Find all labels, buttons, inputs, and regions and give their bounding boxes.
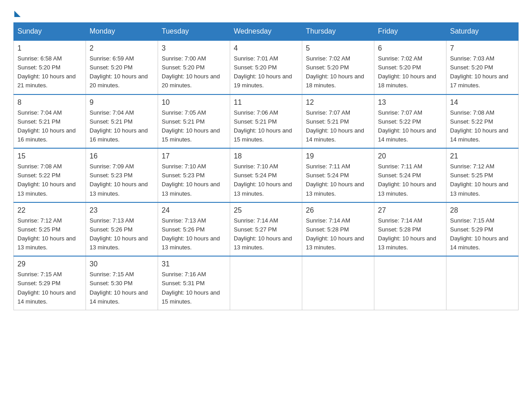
- logo: [13, 9, 21, 15]
- week-row-2: 8Sunrise: 7:04 AMSunset: 5:21 PMDaylight…: [14, 94, 519, 149]
- day-info: Sunrise: 7:07 AMSunset: 5:21 PMDaylight:…: [306, 108, 370, 145]
- day-info: Sunrise: 7:15 AMSunset: 5:30 PMDaylight:…: [90, 270, 154, 306]
- calendar-cell: 18Sunrise: 7:10 AMSunset: 5:24 PMDayligh…: [230, 148, 302, 202]
- day-info: Sunrise: 7:08 AMSunset: 5:22 PMDaylight:…: [450, 108, 515, 145]
- calendar-cell: 11Sunrise: 7:06 AMSunset: 5:21 PMDayligh…: [230, 94, 302, 149]
- day-info: Sunrise: 7:06 AMSunset: 5:21 PMDaylight:…: [234, 108, 298, 145]
- day-number: 21: [450, 152, 515, 160]
- week-row-1: 1Sunrise: 6:58 AMSunset: 5:20 PMDaylight…: [14, 40, 519, 94]
- calendar-cell: [446, 256, 519, 310]
- day-number: 20: [378, 152, 442, 160]
- day-info: Sunrise: 7:04 AMSunset: 5:21 PMDaylight:…: [90, 108, 154, 145]
- day-number: 24: [162, 206, 226, 214]
- week-row-3: 15Sunrise: 7:08 AMSunset: 5:22 PMDayligh…: [14, 148, 519, 202]
- day-number: 6: [378, 44, 442, 52]
- calendar-cell: 29Sunrise: 7:15 AMSunset: 5:29 PMDayligh…: [14, 256, 86, 310]
- day-info: Sunrise: 7:05 AMSunset: 5:21 PMDaylight:…: [162, 108, 226, 145]
- day-number: 12: [306, 98, 370, 107]
- day-number: 28: [450, 206, 515, 214]
- day-number: 8: [17, 98, 82, 107]
- day-number: 13: [378, 98, 442, 107]
- weekday-header-saturday: Saturday: [446, 23, 519, 41]
- page-header: [13, 9, 519, 15]
- calendar-cell: 23Sunrise: 7:13 AMSunset: 5:26 PMDayligh…: [86, 202, 158, 257]
- weekday-header-thursday: Thursday: [302, 23, 374, 41]
- day-info: Sunrise: 7:00 AMSunset: 5:20 PMDaylight:…: [162, 54, 226, 90]
- day-number: 14: [450, 98, 515, 107]
- day-number: 19: [306, 152, 370, 160]
- calendar-cell: 27Sunrise: 7:14 AMSunset: 5:28 PMDayligh…: [374, 202, 446, 257]
- day-info: Sunrise: 7:11 AMSunset: 5:24 PMDaylight:…: [306, 162, 370, 198]
- day-info: Sunrise: 7:07 AMSunset: 5:22 PMDaylight:…: [378, 108, 442, 145]
- weekday-header-monday: Monday: [86, 23, 158, 41]
- day-number: 15: [17, 152, 82, 160]
- day-info: Sunrise: 7:14 AMSunset: 5:28 PMDaylight:…: [306, 216, 370, 253]
- weekday-header-sunday: Sunday: [14, 23, 86, 41]
- day-info: Sunrise: 7:02 AMSunset: 5:20 PMDaylight:…: [378, 54, 442, 90]
- day-info: Sunrise: 7:09 AMSunset: 5:23 PMDaylight:…: [90, 162, 154, 198]
- calendar-cell: 26Sunrise: 7:14 AMSunset: 5:28 PMDayligh…: [302, 202, 374, 257]
- week-row-4: 22Sunrise: 7:12 AMSunset: 5:25 PMDayligh…: [14, 202, 519, 257]
- calendar-cell: 31Sunrise: 7:16 AMSunset: 5:31 PMDayligh…: [158, 256, 230, 310]
- day-info: Sunrise: 7:12 AMSunset: 5:25 PMDaylight:…: [450, 162, 515, 198]
- day-info: Sunrise: 7:13 AMSunset: 5:26 PMDaylight:…: [162, 216, 226, 253]
- calendar-cell: 22Sunrise: 7:12 AMSunset: 5:25 PMDayligh…: [14, 202, 86, 257]
- calendar-cell: 12Sunrise: 7:07 AMSunset: 5:21 PMDayligh…: [302, 94, 374, 149]
- calendar-cell: 19Sunrise: 7:11 AMSunset: 5:24 PMDayligh…: [302, 148, 374, 202]
- week-row-5: 29Sunrise: 7:15 AMSunset: 5:29 PMDayligh…: [14, 256, 519, 310]
- calendar-cell: 1Sunrise: 6:58 AMSunset: 5:20 PMDaylight…: [14, 40, 86, 94]
- calendar-cell: 30Sunrise: 7:15 AMSunset: 5:30 PMDayligh…: [86, 256, 158, 310]
- day-info: Sunrise: 6:58 AMSunset: 5:20 PMDaylight:…: [17, 54, 82, 90]
- calendar-table: SundayMondayTuesdayWednesdayThursdayFrid…: [13, 22, 519, 310]
- calendar-cell: [374, 256, 446, 310]
- day-number: 31: [162, 260, 226, 268]
- calendar-cell: 13Sunrise: 7:07 AMSunset: 5:22 PMDayligh…: [374, 94, 446, 149]
- weekday-header-tuesday: Tuesday: [158, 23, 230, 41]
- day-number: 7: [450, 44, 515, 52]
- calendar-cell: 21Sunrise: 7:12 AMSunset: 5:25 PMDayligh…: [446, 148, 519, 202]
- day-number: 16: [90, 152, 154, 160]
- day-info: Sunrise: 7:10 AMSunset: 5:23 PMDaylight:…: [162, 162, 226, 198]
- day-number: 18: [234, 152, 298, 160]
- day-number: 26: [306, 206, 370, 214]
- day-number: 22: [17, 206, 82, 214]
- day-info: Sunrise: 7:08 AMSunset: 5:22 PMDaylight:…: [17, 162, 82, 198]
- calendar-cell: 25Sunrise: 7:14 AMSunset: 5:27 PMDayligh…: [230, 202, 302, 257]
- calendar-cell: 3Sunrise: 7:00 AMSunset: 5:20 PMDaylight…: [158, 40, 230, 94]
- day-info: Sunrise: 7:16 AMSunset: 5:31 PMDaylight:…: [162, 270, 226, 306]
- day-info: Sunrise: 7:03 AMSunset: 5:20 PMDaylight:…: [450, 54, 515, 90]
- day-info: Sunrise: 7:01 AMSunset: 5:20 PMDaylight:…: [234, 54, 298, 90]
- day-number: 11: [234, 98, 298, 107]
- calendar-cell: 17Sunrise: 7:10 AMSunset: 5:23 PMDayligh…: [158, 148, 230, 202]
- day-number: 10: [162, 98, 226, 107]
- calendar-cell: 24Sunrise: 7:13 AMSunset: 5:26 PMDayligh…: [158, 202, 230, 257]
- weekday-header-friday: Friday: [374, 23, 446, 41]
- day-number: 2: [90, 44, 154, 52]
- calendar-cell: 6Sunrise: 7:02 AMSunset: 5:20 PMDaylight…: [374, 40, 446, 94]
- calendar-cell: [302, 256, 374, 310]
- calendar-cell: 2Sunrise: 6:59 AMSunset: 5:20 PMDaylight…: [86, 40, 158, 94]
- calendar-cell: 28Sunrise: 7:15 AMSunset: 5:29 PMDayligh…: [446, 202, 519, 257]
- day-number: 23: [90, 206, 154, 214]
- day-number: 5: [306, 44, 370, 52]
- day-number: 30: [90, 260, 154, 268]
- calendar-cell: 14Sunrise: 7:08 AMSunset: 5:22 PMDayligh…: [446, 94, 519, 149]
- day-info: Sunrise: 7:04 AMSunset: 5:21 PMDaylight:…: [17, 108, 82, 145]
- weekday-header-row: SundayMondayTuesdayWednesdayThursdayFrid…: [14, 23, 519, 41]
- day-info: Sunrise: 7:10 AMSunset: 5:24 PMDaylight:…: [234, 162, 298, 198]
- calendar-cell: 7Sunrise: 7:03 AMSunset: 5:20 PMDaylight…: [446, 40, 519, 94]
- calendar-cell: 10Sunrise: 7:05 AMSunset: 5:21 PMDayligh…: [158, 94, 230, 149]
- day-number: 27: [378, 206, 442, 214]
- day-number: 3: [162, 44, 226, 52]
- calendar-cell: 8Sunrise: 7:04 AMSunset: 5:21 PMDaylight…: [14, 94, 86, 149]
- day-number: 17: [162, 152, 226, 160]
- day-number: 1: [17, 44, 82, 52]
- day-info: Sunrise: 7:15 AMSunset: 5:29 PMDaylight:…: [450, 216, 515, 253]
- day-info: Sunrise: 7:12 AMSunset: 5:25 PMDaylight:…: [17, 216, 82, 253]
- logo-arrow-icon: [14, 11, 21, 17]
- calendar-cell: 9Sunrise: 7:04 AMSunset: 5:21 PMDaylight…: [86, 94, 158, 149]
- day-number: 25: [234, 206, 298, 214]
- day-info: Sunrise: 7:15 AMSunset: 5:29 PMDaylight:…: [17, 270, 82, 306]
- day-number: 4: [234, 44, 298, 52]
- day-info: Sunrise: 7:02 AMSunset: 5:20 PMDaylight:…: [306, 54, 370, 90]
